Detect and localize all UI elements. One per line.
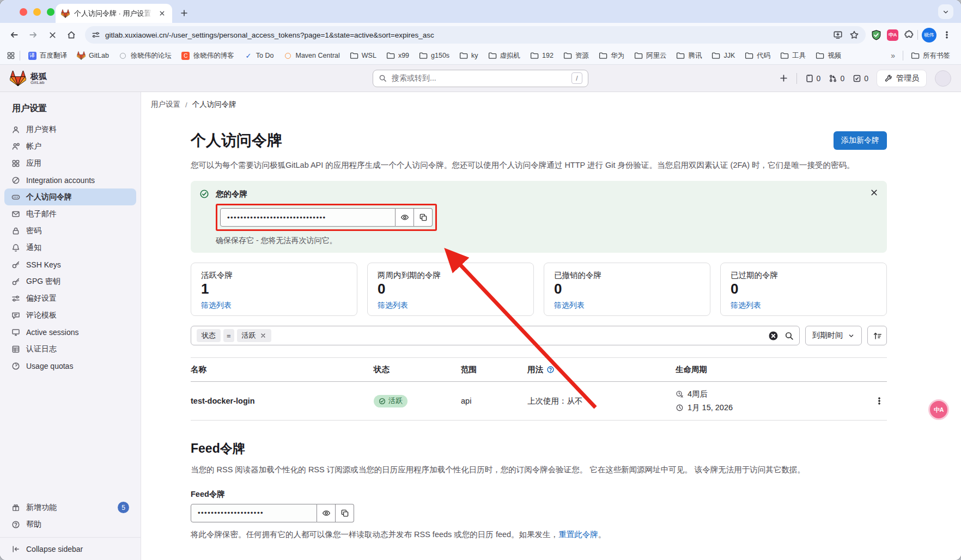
sort-ascending-icon: [873, 331, 882, 340]
install-app-icon[interactable]: [833, 30, 843, 40]
sidebar-item-help[interactable]: 帮助: [4, 516, 136, 533]
reveal-token-button[interactable]: [396, 208, 414, 227]
reset-feed-token-link[interactable]: 重置此令牌: [558, 530, 598, 539]
bookmark-item[interactable]: g150s: [415, 50, 454, 62]
bookmark-item[interactable]: 资源: [559, 50, 593, 62]
bookmark-item[interactable]: 译 百度翻译: [23, 50, 71, 62]
sidebar-item[interactable]: 电子邮件: [4, 205, 136, 222]
sidebar-item[interactable]: 认证日志: [4, 340, 136, 357]
extensions-puzzle-icon[interactable]: [903, 30, 914, 40]
sidebar-item-whats-new[interactable]: 新增功能 5: [4, 499, 136, 516]
bookmark-item[interactable]: 徐晓伟的论坛: [114, 50, 176, 62]
all-bookmarks-button[interactable]: 所有书签: [907, 50, 954, 62]
gitlab-user-avatar[interactable]: [935, 70, 951, 87]
browser-menu-icon[interactable]: [938, 26, 956, 44]
bookmark-item[interactable]: 阿里云: [630, 50, 671, 62]
bookmark-item[interactable]: Maven Central: [279, 50, 344, 62]
sidebar-item[interactable]: GPG 密钥: [4, 273, 136, 290]
new-token-input[interactable]: ••••••••••••••••••••••••••••••: [220, 208, 396, 227]
filter-field-chip[interactable]: 状态: [197, 329, 221, 342]
sidebar-item[interactable]: 评论模板: [4, 307, 136, 324]
create-new-button[interactable]: [779, 74, 788, 83]
bookmark-icon: [386, 51, 395, 60]
gitlab-logo[interactable]: 极狐 GitLab: [10, 70, 47, 87]
sort-direction-button[interactable]: [867, 326, 887, 345]
back-button[interactable]: [5, 26, 23, 44]
forward-button[interactable]: [25, 26, 42, 44]
adblock-extension-icon[interactable]: [871, 29, 882, 41]
global-search-input[interactable]: 搜索或转到... /: [373, 70, 588, 87]
bookmark-item[interactable]: C 徐晓伟的博客: [177, 50, 239, 62]
copy-token-button[interactable]: [414, 208, 433, 227]
sidebar-item[interactable]: Usage quotas: [4, 357, 136, 374]
sidebar-item[interactable]: Active sessions: [4, 324, 136, 340]
sidebar-item[interactable]: 帐户: [4, 138, 136, 155]
collapse-sidebar-button[interactable]: Collapse sidebar: [0, 537, 141, 560]
browser-profile-avatar[interactable]: 晓伟: [922, 28, 936, 42]
sidebar-item[interactable]: 应用: [4, 155, 136, 172]
status-badge: 活跃: [374, 395, 407, 407]
url-bar[interactable]: gitlab.xuxiaowei.cn/-/user_settings/pers…: [85, 26, 866, 44]
tab-search-button[interactable]: [938, 4, 953, 19]
sidebar-item[interactable]: Integration accounts: [4, 172, 136, 188]
sidebar-item[interactable]: 通知: [4, 239, 136, 256]
sidebar-item[interactable]: 密码: [4, 222, 136, 239]
bookmark-item[interactable]: 华为: [594, 50, 629, 62]
home-button[interactable]: [63, 26, 80, 44]
filtered-search-bar[interactable]: 状态 = 活跃: [191, 326, 800, 345]
browser-tab[interactable]: 个人访问令牌 · 用户设置 · 极狐: [56, 4, 172, 23]
apps-grid-icon[interactable]: [7, 51, 15, 60]
reveal-feed-token-button[interactable]: [317, 504, 336, 522]
fullscreen-window-button[interactable]: [47, 8, 54, 16]
bookmark-item[interactable]: 虚拟机: [484, 50, 525, 62]
row-actions-menu[interactable]: [872, 393, 887, 409]
bookmark-item[interactable]: ky: [455, 50, 483, 62]
sidebar-item[interactable]: 个人访问令牌: [4, 188, 136, 205]
filter-operator-chip[interactable]: =: [223, 329, 234, 342]
bookmark-item[interactable]: GitLab: [72, 50, 113, 62]
bookmark-item[interactable]: x99: [382, 50, 413, 62]
stat-filter-link[interactable]: 筛选列表: [731, 301, 761, 311]
bookmark-item[interactable]: 视频: [811, 50, 846, 62]
sidebar-item[interactable]: 用户资料: [4, 121, 136, 138]
minimize-window-button[interactable]: [33, 8, 41, 16]
dismiss-alert-button[interactable]: [869, 188, 879, 197]
usage-help-icon[interactable]: [546, 366, 555, 374]
bookmark-item[interactable]: ✓ To Do: [240, 50, 278, 62]
sort-field-dropdown[interactable]: 到期时间: [805, 326, 862, 345]
feed-token-note: 将此令牌保密。任何拥有它的人都可以像您一样读取动态并发布 RSS feeds 或…: [191, 529, 887, 540]
sidebar-item[interactable]: SSH Keys: [4, 256, 136, 273]
breadcrumb-settings[interactable]: 用户设置: [151, 100, 180, 109]
translate-extension-icon[interactable]: 中A: [887, 29, 898, 41]
bookmark-item[interactable]: 代码: [740, 50, 775, 62]
bookmarks-overflow-button[interactable]: »: [886, 50, 899, 62]
issues-counter[interactable]: 0: [805, 74, 821, 83]
apply-search-icon[interactable]: [784, 331, 794, 340]
bookmark-item[interactable]: 工具: [776, 50, 810, 62]
bookmark-star-icon[interactable]: [849, 30, 859, 40]
tab-close-icon[interactable]: [157, 9, 167, 19]
feed-token-input[interactable]: ••••••••••••••••••••: [191, 504, 317, 522]
stat-filter-link[interactable]: 筛选列表: [378, 301, 408, 311]
bookmark-item[interactable]: 192: [526, 50, 558, 62]
add-token-button[interactable]: 添加新令牌: [834, 131, 887, 150]
sidebar-item[interactable]: 偏好设置: [4, 290, 136, 307]
copy-feed-token-button[interactable]: [336, 504, 354, 522]
filter-value-chip[interactable]: 活跃: [237, 329, 271, 342]
bookmark-item[interactable]: JJK: [707, 50, 739, 62]
stat-filter-link[interactable]: 筛选列表: [554, 301, 585, 311]
site-info-icon[interactable]: [92, 31, 100, 39]
stop-loading-button[interactable]: [44, 26, 61, 44]
clear-search-icon[interactable]: [768, 331, 778, 341]
stat-filter-link[interactable]: 筛选列表: [201, 301, 232, 311]
todos-counter[interactable]: 0: [853, 74, 868, 83]
feed-token-description: 当您的 RSS 阅读器加载个性化的 RSS 订阅源或当您的日历应用程序加载个性化…: [191, 464, 887, 476]
bookmark-item[interactable]: WSL: [345, 50, 381, 62]
close-window-button[interactable]: [20, 8, 27, 16]
remove-filter-icon[interactable]: [260, 332, 266, 339]
floating-translate-button[interactable]: 中A: [928, 399, 949, 420]
merge-requests-counter[interactable]: 0: [829, 74, 844, 83]
new-tab-button[interactable]: [177, 5, 192, 21]
admin-area-button[interactable]: 管理员: [877, 70, 927, 87]
bookmark-item[interactable]: 腾讯: [672, 50, 706, 62]
